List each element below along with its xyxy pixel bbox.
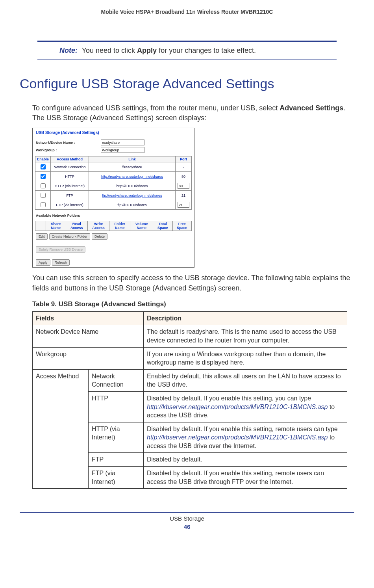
sshot-folder-col: Share Name xyxy=(46,221,66,231)
intro-text-1: To configure advanced USB settings, from… xyxy=(32,104,280,112)
sshot-folder-col xyxy=(35,221,46,231)
cell-access-method: Access Method xyxy=(33,369,89,489)
sshot-workgroup-label: Workgroup : xyxy=(36,148,101,152)
sshot-netdev-label: Network/Device Name : xyxy=(36,141,101,145)
after-img-paragraph: You can use this screen to specify acces… xyxy=(32,273,350,293)
cell-desc: Enabled by default, this allows all user… xyxy=(144,369,347,391)
sshot-method-cell: HTTP xyxy=(51,172,89,181)
document-header: Mobile Voice HSPA+ Broadband 11n Wireles… xyxy=(20,0,354,19)
th-description: Description xyxy=(144,311,347,325)
sshot-link-cell[interactable]: ftp://readyshare.routerlogin.net/shares xyxy=(89,191,176,200)
table-row: Workgroup If you are using a Windows wor… xyxy=(33,347,347,369)
note-content: Note: You need to click Apply for your c… xyxy=(37,42,337,60)
sshot-method-cell: FTP (via internet) xyxy=(51,200,89,210)
cell-sublabel: FTP xyxy=(89,453,144,467)
cell-desc: Disabled by default. If you enable this … xyxy=(144,422,347,453)
cell-sublabel: HTTP (via Internet) xyxy=(89,422,144,453)
sshot-workgroup-input[interactable] xyxy=(101,147,144,153)
sshot-link-cell[interactable]: http://readyshare.routerlogin.net/shares xyxy=(89,172,176,181)
sshot-delete-button[interactable]: Delete xyxy=(92,233,107,240)
sshot-link-cell: http://0.0.0.0/shares xyxy=(89,181,176,191)
sshot-enable-checkbox[interactable] xyxy=(41,183,46,188)
cell-field: Workgroup xyxy=(33,347,144,369)
cell-desc: Disabled by default. If you enable this … xyxy=(144,391,347,422)
desc-url[interactable]: http://kbserver.netgear.com/products/MVB… xyxy=(147,404,328,410)
definition-table: Fields Description Network Device Name T… xyxy=(32,311,347,489)
sshot-port-cell xyxy=(176,181,192,191)
cell-field: Network Device Name xyxy=(33,325,144,347)
footer-section: USB Storage xyxy=(0,515,374,522)
sshot-remove-button[interactable]: Safely Remove USB Device xyxy=(36,246,85,253)
cell-sublabel: Network Connection xyxy=(89,369,144,391)
note-rule-bottom xyxy=(37,60,337,60)
intro-paragraph: To configure advanced USB settings, from… xyxy=(32,103,350,123)
sshot-folder-col: Read Access xyxy=(66,221,87,231)
desc-url[interactable]: http://kbserver.netgear.com/products/MVB… xyxy=(147,434,328,441)
sshot-port-cell: 80 xyxy=(176,172,192,181)
sshot-port-input[interactable] xyxy=(178,183,189,189)
sshot-folder-col: Write Access xyxy=(87,221,109,231)
sshot-folder-col: Free Space xyxy=(172,221,191,231)
sshot-method-cell: FTP xyxy=(51,191,89,200)
sshot-folder-col: Volume Name xyxy=(130,221,153,231)
sshot-refresh-button[interactable]: Refresh xyxy=(52,259,70,266)
cell-sublabel: FTP (via Internet) xyxy=(89,467,144,489)
sshot-port-cell xyxy=(176,200,192,210)
note-bold: Apply xyxy=(137,47,157,54)
cell-sublabel: HTTP xyxy=(89,391,144,422)
sshot-access-row: HTTPhttp://readyshare.routerlogin.net/sh… xyxy=(35,172,192,181)
sshot-port-cell: 21 xyxy=(176,191,192,200)
sshot-enable-checkbox[interactable] xyxy=(41,174,46,179)
note-text-1: You need to click xyxy=(80,47,137,54)
sshot-apply-button[interactable]: Apply xyxy=(36,259,50,266)
sshot-th-port: Port xyxy=(176,156,192,162)
th-fields: Fields xyxy=(33,311,144,325)
table-caption: Table 9. USB Storage (Advanced Settings) xyxy=(32,300,354,308)
sshot-avail-header: Available Network Folders xyxy=(33,210,194,218)
cell-desc: If you are using a Windows workgroup rat… xyxy=(144,347,347,369)
cell-desc: The default is readyshare. This is the n… xyxy=(144,325,347,347)
footer-rule xyxy=(20,512,354,513)
sshot-folder-col: Total Space xyxy=(153,221,172,231)
sshot-title: USB Storage (Advanced Settings) xyxy=(33,128,194,139)
sshot-link-cell: ftp://0.0.0.0/shares xyxy=(89,200,176,210)
table-row: Network Device Name The default is ready… xyxy=(33,325,347,347)
sshot-edit-button[interactable]: Edit xyxy=(36,233,48,240)
sshot-folder-col: Folder Name xyxy=(109,221,130,231)
sshot-access-row: FTPftp://readyshare.routerlogin.net/shar… xyxy=(35,191,192,200)
sshot-folder-table: Share NameRead AccessWrite AccessFolder … xyxy=(35,221,192,231)
sshot-enable-checkbox[interactable] xyxy=(41,164,46,169)
sshot-port-input[interactable] xyxy=(178,202,189,208)
sshot-th-enable: Enable xyxy=(35,156,51,162)
sshot-th-link: Link xyxy=(89,156,176,162)
sshot-enable-checkbox[interactable] xyxy=(41,202,46,207)
usb-settings-screenshot: USB Storage (Advanced Settings) Network/… xyxy=(32,128,194,268)
sshot-enable-checkbox[interactable] xyxy=(41,193,46,198)
note-text-2: for your changes to take effect. xyxy=(157,47,256,54)
sshot-access-row: Network Connection\\readyshare- xyxy=(35,162,192,172)
note-callout: Note: You need to click Apply for your c… xyxy=(37,41,337,60)
cell-desc: Disabled by default. If you enable this … xyxy=(144,467,347,489)
cell-desc: Disabled by default. xyxy=(144,453,347,467)
sshot-access-table: Enable Access Method Link Port Network C… xyxy=(35,156,192,210)
sshot-method-cell: Network Connection xyxy=(51,162,89,172)
sshot-access-row: FTP (via internet)ftp://0.0.0.0/shares xyxy=(35,200,192,210)
sshot-create-button[interactable]: Create Network Folder xyxy=(49,233,91,240)
sshot-th-access: Access Method xyxy=(51,156,89,162)
intro-bold: Advanced Settings xyxy=(280,104,343,112)
sshot-access-row: HTTP (via internet)http://0.0.0.0/shares xyxy=(35,181,192,191)
sshot-link-cell: \\readyshare xyxy=(89,162,176,172)
sshot-port-cell: - xyxy=(176,162,192,172)
footer-page-number: 46 xyxy=(0,523,374,530)
sshot-netdev-input[interactable] xyxy=(101,140,144,145)
section-heading: Configure USB Storage Advanced Settings xyxy=(20,76,354,91)
desc-pre: Disabled by default. If you enable this … xyxy=(147,395,311,402)
desc-pre: Disabled by default. If you enable this … xyxy=(147,426,338,432)
sshot-method-cell: HTTP (via internet) xyxy=(51,181,89,191)
note-label: Note: xyxy=(59,47,78,54)
table-row: Access Method Network Connection Enabled… xyxy=(33,369,347,391)
